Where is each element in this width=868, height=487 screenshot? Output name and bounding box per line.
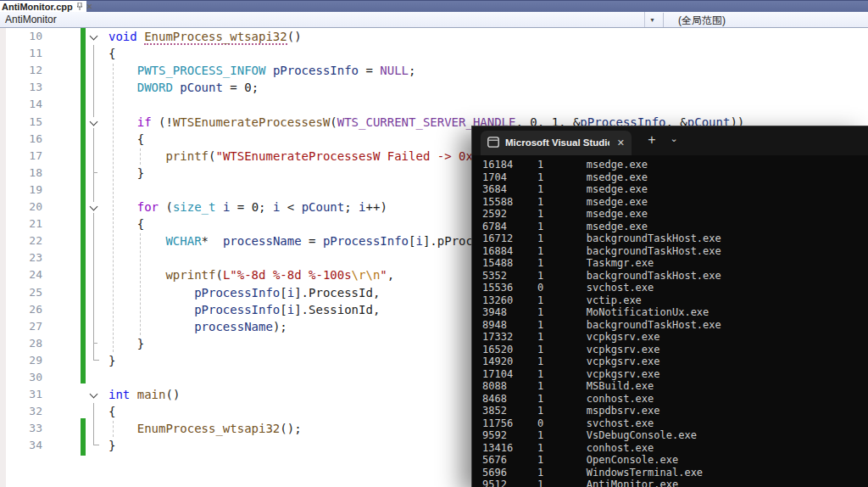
terminal-row: 17104 1 vcpkgsrv.exe (482, 368, 868, 381)
terminal-row: 9512 1 AntiMonitor.exe (482, 479, 868, 487)
code-line: for (size_t i = 0; i < pCount; i++) (108, 199, 387, 216)
terminal-row: 8468 1 conhost.exe (482, 393, 868, 406)
terminal-tab[interactable]: Microsoft Visual Studio 调试 ✕ (481, 131, 632, 155)
terminal-row: 3684 1 msedge.exe (482, 183, 868, 196)
terminal-row: 16184 1 msedge.exe (482, 159, 868, 171)
new-tab-button[interactable]: + (642, 132, 662, 148)
code-line: int main() (108, 386, 180, 403)
terminal-row: 8948 1 backgroundTaskHost.exe (482, 319, 868, 332)
code-line: EnumProcess_wtsapi32(); (108, 420, 302, 437)
terminal-row: 15588 1 msedge.exe (482, 196, 868, 209)
terminal-row: 16884 1 backgroundTaskHost.exe (482, 245, 868, 258)
scope-dropdown[interactable]: (全局范围) (678, 14, 726, 28)
close-terminal-tab-icon[interactable]: ✕ (617, 137, 625, 148)
terminal-output[interactable]: 16184 1 msedge.exe1704 1 msedge.exe3684 … (482, 159, 868, 487)
navbar-divider (663, 13, 664, 27)
pin-icon[interactable] (76, 3, 83, 12)
terminal-row: 3948 1 MoNotificationUx.exe (482, 306, 868, 319)
terminal-row: 3852 1 mspdbsrv.exe (482, 405, 868, 417)
terminal-row: 1704 1 msedge.exe (482, 171, 868, 184)
code-line: } (108, 335, 144, 352)
code-line: } (108, 352, 115, 369)
terminal-window[interactable]: Microsoft Visual Studio 调试 ✕ + ⌄ 16184 1… (471, 126, 868, 487)
code-line: void EnumProcess_wtsapi32() (108, 28, 302, 45)
terminal-row: 9592 1 VsDebugConsole.exe (482, 429, 868, 442)
terminal-row: 2592 1 msedge.exe (482, 208, 868, 221)
code-line: { (108, 131, 144, 148)
terminal-row: 16520 1 vcpkgsrv.exe (482, 344, 868, 356)
chevron-down-icon[interactable]: ▾ (644, 12, 659, 27)
terminal-row: 15536 0 svchost.exe (482, 282, 868, 294)
terminal-tab-bar: Microsoft Visual Studio 调试 ✕ + ⌄ (472, 126, 868, 155)
code-line: } (108, 437, 115, 454)
code-line: pProcessInfo[i].SessionId, (108, 301, 380, 318)
code-line: { (108, 216, 144, 232)
code-line: PWTS_PROCESS_INFOW pProcessInfo = NULL; (108, 62, 415, 79)
close-tab-icon[interactable]: ✕ (86, 3, 93, 11)
tab-antimonitor-cpp[interactable]: AntiMonitor.cpp ✕ (0, 1, 86, 13)
terminal-row: 5676 1 OpenConsole.exe (482, 454, 868, 467)
code-line: wprintf(L"%-8d %-8d %-100s\r\n", (108, 266, 394, 283)
terminal-row: 13260 1 vctip.exe (482, 294, 868, 307)
terminal-row: 6784 1 msedge.exe (482, 221, 868, 233)
project-dropdown[interactable]: AntiMonitor (5, 14, 57, 25)
navigation-bar: AntiMonitor ▾ (全局范围) (0, 12, 868, 28)
code-line: { (108, 403, 115, 420)
terminal-row: 14920 1 vcpkgsrv.exe (482, 355, 868, 368)
terminal-row: 11756 0 svchost.exe (482, 417, 868, 430)
code-line: } (108, 165, 144, 182)
code-line: pProcessInfo[i].ProcessId, (108, 284, 380, 301)
terminal-row: 16712 1 backgroundTaskHost.exe (482, 232, 868, 245)
code-line: DWORD pCount = 0; (108, 79, 259, 96)
code-line: processName); (108, 318, 287, 335)
tab-dropdown-icon[interactable]: ⌄ (665, 133, 682, 144)
terminal-tab-icon (487, 136, 499, 151)
code-line: printf("WTSEnumerateProcessesW Failed ->… (108, 148, 487, 165)
code-line: WCHAR* processName = pProcessInfo[i].pPr… (108, 232, 487, 249)
code-line: { (108, 45, 115, 62)
terminal-tab-title: Microsoft Visual Studio 调试 (505, 137, 609, 149)
terminal-row: 15488 1 Taskmgr.exe (482, 257, 868, 270)
terminal-row: 8088 1 MSBuild.exe (482, 380, 868, 393)
terminal-row: 13416 1 conhost.exe (482, 442, 868, 455)
tab-title: AntiMonitor.cpp (2, 2, 73, 12)
terminal-row: 5696 1 WindowsTerminal.exe (482, 467, 868, 479)
document-tab-strip: AntiMonitor.cpp ✕ (0, 0, 868, 12)
terminal-row: 17332 1 vcpkgsrv.exe (482, 331, 868, 344)
terminal-row: 5352 1 backgroundTaskHost.exe (482, 270, 868, 283)
